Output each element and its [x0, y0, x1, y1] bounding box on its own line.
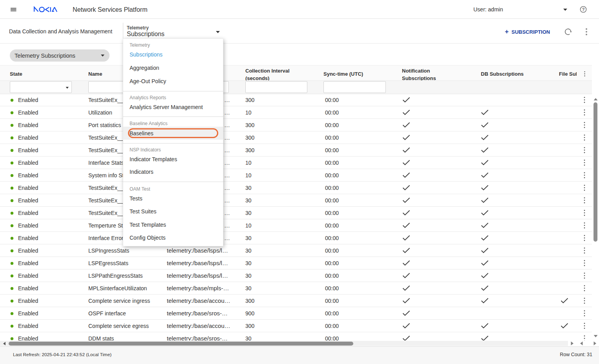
svg-text:?: ? — [582, 7, 584, 12]
